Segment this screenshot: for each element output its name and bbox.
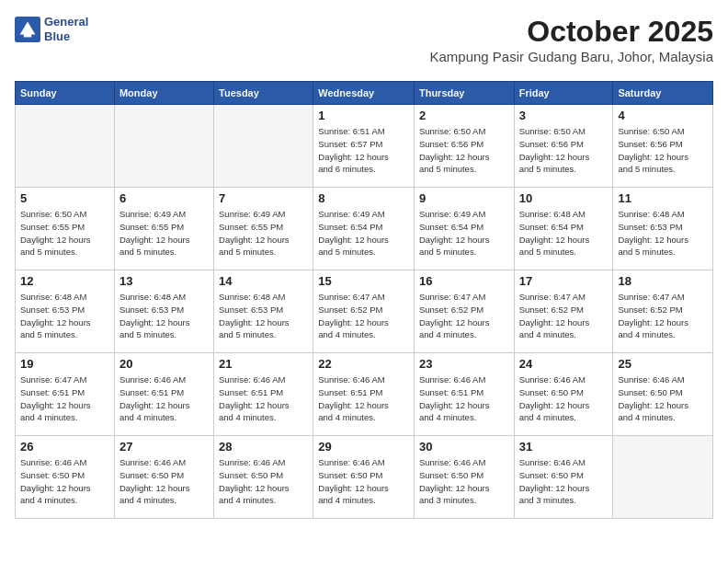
calendar-cell: 18Sunrise: 6:47 AMSunset: 6:52 PMDayligh… bbox=[613, 270, 713, 353]
weekday-header-wednesday: Wednesday bbox=[313, 82, 415, 105]
calendar-cell: 9Sunrise: 6:49 AMSunset: 6:54 PMDaylight… bbox=[414, 188, 514, 270]
day-info: Sunrise: 6:49 AMSunset: 6:54 PMDaylight:… bbox=[318, 208, 409, 259]
day-info: Sunrise: 6:46 AMSunset: 6:50 PMDaylight:… bbox=[20, 456, 109, 507]
calendar-cell: 12Sunrise: 6:48 AMSunset: 6:53 PMDayligh… bbox=[16, 270, 115, 353]
day-info: Sunrise: 6:49 AMSunset: 6:54 PMDaylight:… bbox=[419, 208, 509, 259]
calendar-cell bbox=[214, 105, 313, 188]
weekday-header-sunday: Sunday bbox=[16, 82, 115, 105]
calendar-cell bbox=[16, 105, 115, 188]
calendar-week-0: 1Sunrise: 6:51 AMSunset: 6:57 PMDaylight… bbox=[16, 105, 713, 188]
calendar-cell: 15Sunrise: 6:47 AMSunset: 6:52 PMDayligh… bbox=[313, 270, 415, 353]
calendar-week-2: 12Sunrise: 6:48 AMSunset: 6:53 PMDayligh… bbox=[16, 270, 713, 353]
calendar-cell: 25Sunrise: 6:46 AMSunset: 6:50 PMDayligh… bbox=[613, 353, 713, 436]
day-number: 1 bbox=[318, 109, 409, 122]
calendar-cell: 22Sunrise: 6:46 AMSunset: 6:51 PMDayligh… bbox=[313, 353, 415, 436]
calendar-cell: 2Sunrise: 6:50 AMSunset: 6:56 PMDaylight… bbox=[414, 105, 514, 188]
calendar-cell: 4Sunrise: 6:50 AMSunset: 6:56 PMDaylight… bbox=[613, 105, 713, 188]
day-number: 21 bbox=[219, 357, 308, 371]
calendar-cell: 13Sunrise: 6:48 AMSunset: 6:53 PMDayligh… bbox=[114, 270, 213, 353]
calendar-cell: 23Sunrise: 6:46 AMSunset: 6:51 PMDayligh… bbox=[414, 353, 514, 436]
calendar-cell: 26Sunrise: 6:46 AMSunset: 6:50 PMDayligh… bbox=[16, 436, 115, 519]
day-info: Sunrise: 6:46 AMSunset: 6:50 PMDaylight:… bbox=[419, 456, 509, 507]
weekday-header-monday: Monday bbox=[114, 82, 213, 105]
calendar-body: 1Sunrise: 6:51 AMSunset: 6:57 PMDaylight… bbox=[16, 105, 713, 519]
day-info: Sunrise: 6:47 AMSunset: 6:52 PMDaylight:… bbox=[419, 291, 509, 341]
day-info: Sunrise: 6:48 AMSunset: 6:53 PMDaylight:… bbox=[219, 291, 308, 341]
day-number: 8 bbox=[318, 191, 409, 205]
calendar-cell bbox=[114, 105, 213, 188]
day-info: Sunrise: 6:46 AMSunset: 6:50 PMDaylight:… bbox=[119, 456, 209, 507]
day-number: 28 bbox=[219, 440, 308, 454]
day-number: 15 bbox=[318, 274, 409, 288]
calendar-cell: 24Sunrise: 6:46 AMSunset: 6:50 PMDayligh… bbox=[514, 353, 613, 436]
day-number: 10 bbox=[519, 191, 609, 205]
day-info: Sunrise: 6:49 AMSunset: 6:55 PMDaylight:… bbox=[219, 208, 308, 259]
day-number: 19 bbox=[20, 357, 109, 371]
calendar-cell: 6Sunrise: 6:49 AMSunset: 6:55 PMDaylight… bbox=[114, 188, 213, 270]
location-title: Kampung Pasir Gudang Baru, Johor, Malays… bbox=[429, 49, 713, 64]
weekday-header-friday: Friday bbox=[514, 82, 613, 105]
day-number: 29 bbox=[318, 440, 409, 454]
calendar-cell: 29Sunrise: 6:46 AMSunset: 6:50 PMDayligh… bbox=[313, 436, 415, 519]
day-info: Sunrise: 6:48 AMSunset: 6:54 PMDaylight:… bbox=[519, 208, 609, 259]
weekday-header-thursday: Thursday bbox=[414, 82, 514, 105]
day-info: Sunrise: 6:46 AMSunset: 6:50 PMDaylight:… bbox=[519, 456, 609, 507]
day-info: Sunrise: 6:49 AMSunset: 6:55 PMDaylight:… bbox=[119, 208, 209, 259]
day-number: 26 bbox=[20, 440, 109, 454]
day-number: 16 bbox=[419, 274, 509, 288]
calendar-cell: 27Sunrise: 6:46 AMSunset: 6:50 PMDayligh… bbox=[114, 436, 213, 519]
calendar-cell: 28Sunrise: 6:46 AMSunset: 6:50 PMDayligh… bbox=[214, 436, 313, 519]
day-number: 17 bbox=[519, 274, 609, 288]
day-info: Sunrise: 6:48 AMSunset: 6:53 PMDaylight:… bbox=[20, 291, 109, 341]
calendar-week-3: 19Sunrise: 6:47 AMSunset: 6:51 PMDayligh… bbox=[16, 353, 713, 436]
day-number: 18 bbox=[618, 274, 708, 288]
day-number: 24 bbox=[519, 357, 609, 371]
calendar-table: SundayMondayTuesdayWednesdayThursdayFrid… bbox=[15, 81, 713, 519]
calendar-cell: 30Sunrise: 6:46 AMSunset: 6:50 PMDayligh… bbox=[414, 436, 514, 519]
day-info: Sunrise: 6:51 AMSunset: 6:57 PMDaylight:… bbox=[318, 125, 409, 176]
day-number: 11 bbox=[618, 191, 708, 205]
calendar-cell: 16Sunrise: 6:47 AMSunset: 6:52 PMDayligh… bbox=[414, 270, 514, 353]
logo-line1: General bbox=[44, 15, 88, 29]
calendar-cell: 3Sunrise: 6:50 AMSunset: 6:56 PMDaylight… bbox=[514, 105, 613, 188]
calendar-cell: 11Sunrise: 6:48 AMSunset: 6:53 PMDayligh… bbox=[613, 188, 713, 270]
day-number: 14 bbox=[219, 274, 308, 288]
day-info: Sunrise: 6:46 AMSunset: 6:51 PMDaylight:… bbox=[318, 373, 409, 424]
day-info: Sunrise: 6:46 AMSunset: 6:50 PMDaylight:… bbox=[219, 456, 308, 507]
calendar-cell: 7Sunrise: 6:49 AMSunset: 6:55 PMDaylight… bbox=[214, 188, 313, 270]
day-number: 30 bbox=[419, 440, 509, 454]
day-number: 20 bbox=[119, 357, 209, 371]
day-number: 13 bbox=[119, 274, 209, 288]
weekday-header-row: SundayMondayTuesdayWednesdayThursdayFrid… bbox=[16, 82, 713, 105]
logo-icon bbox=[15, 17, 40, 42]
day-info: Sunrise: 6:46 AMSunset: 6:51 PMDaylight:… bbox=[219, 373, 308, 424]
day-number: 22 bbox=[318, 357, 409, 371]
calendar-week-4: 26Sunrise: 6:46 AMSunset: 6:50 PMDayligh… bbox=[16, 436, 713, 519]
logo-line2: Blue bbox=[44, 29, 88, 44]
day-info: Sunrise: 6:48 AMSunset: 6:53 PMDaylight:… bbox=[119, 291, 209, 341]
weekday-header-saturday: Saturday bbox=[613, 82, 713, 105]
day-info: Sunrise: 6:48 AMSunset: 6:53 PMDaylight:… bbox=[618, 208, 708, 259]
calendar-cell: 19Sunrise: 6:47 AMSunset: 6:51 PMDayligh… bbox=[16, 353, 115, 436]
day-info: Sunrise: 6:47 AMSunset: 6:52 PMDaylight:… bbox=[618, 291, 708, 341]
month-title: October 2025 bbox=[429, 15, 713, 49]
svg-rect-2 bbox=[24, 33, 31, 37]
logo: General Blue bbox=[15, 15, 88, 43]
title-section: October 2025 Kampung Pasir Gudang Baru, … bbox=[429, 15, 713, 72]
calendar-cell: 1Sunrise: 6:51 AMSunset: 6:57 PMDaylight… bbox=[313, 105, 415, 188]
day-number: 25 bbox=[618, 357, 708, 371]
calendar-cell: 20Sunrise: 6:46 AMSunset: 6:51 PMDayligh… bbox=[114, 353, 213, 436]
calendar-cell: 10Sunrise: 6:48 AMSunset: 6:54 PMDayligh… bbox=[514, 188, 613, 270]
calendar-cell: 21Sunrise: 6:46 AMSunset: 6:51 PMDayligh… bbox=[214, 353, 313, 436]
calendar-cell: 17Sunrise: 6:47 AMSunset: 6:52 PMDayligh… bbox=[514, 270, 613, 353]
calendar-cell: 14Sunrise: 6:48 AMSunset: 6:53 PMDayligh… bbox=[214, 270, 313, 353]
day-info: Sunrise: 6:46 AMSunset: 6:51 PMDaylight:… bbox=[419, 373, 509, 424]
day-number: 6 bbox=[119, 191, 209, 205]
day-info: Sunrise: 6:46 AMSunset: 6:50 PMDaylight:… bbox=[318, 456, 409, 507]
day-info: Sunrise: 6:50 AMSunset: 6:56 PMDaylight:… bbox=[519, 125, 609, 176]
day-number: 12 bbox=[20, 274, 109, 288]
day-info: Sunrise: 6:46 AMSunset: 6:51 PMDaylight:… bbox=[119, 373, 209, 424]
day-number: 27 bbox=[119, 440, 209, 454]
day-info: Sunrise: 6:47 AMSunset: 6:51 PMDaylight:… bbox=[20, 373, 109, 424]
day-number: 9 bbox=[419, 191, 509, 205]
